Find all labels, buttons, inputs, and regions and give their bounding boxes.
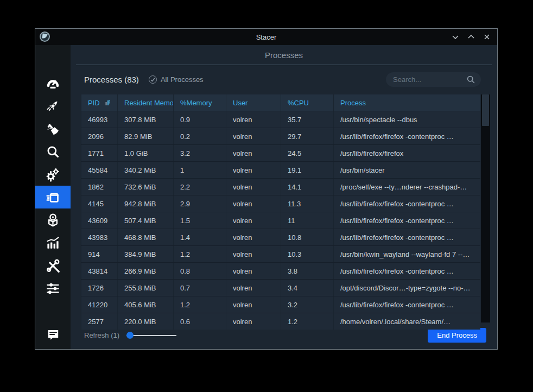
cell-pid: 914 [81,246,117,262]
processes-count-label: Processes (83) [84,75,139,84]
cell-process: /usr/lib/firefox/firefox -contentproc … [333,229,480,245]
content: Processes Processes (83) All Processes [71,45,497,349]
processes-icon [46,190,60,205]
page-title: Processes [71,45,497,65]
cell-cpu-percent: 10.3 [281,246,333,262]
sidebar-item-services[interactable] [35,163,71,186]
cell-pid: 2577 [81,313,117,330]
startup-rocket-icon [46,99,60,113]
process-table-row[interactable]: 2577 220.0 MiB 0.6 volren 1.2 /home/volr… [81,313,480,330]
resources-chart-icon [46,236,60,250]
process-table-row[interactable]: 1726 255.8 MiB 0.7 volren 3.4 /opt/disco… [81,279,480,296]
process-table-row[interactable]: 43983 468.8 MiB 1.4 volren 10.8 /usr/lib… [81,229,480,245]
cell-user: volren [226,179,281,195]
maximize-button[interactable] [467,33,475,41]
table-scrollbar-thumb[interactable] [482,94,489,126]
process-table-row[interactable]: 1771 1.0 GiB 3.2 volren 24.5 /usr/lib/fi… [81,144,480,161]
cell-pid: 4145 [81,195,117,212]
sidebar-item-settings[interactable] [35,277,71,300]
sidebar-item-helpers[interactable] [35,254,71,277]
search-icon[interactable] [467,75,475,84]
cell-user: volren [226,280,281,296]
cell-memory-percent: 1.5 [173,212,226,229]
cell-cpu-percent: 1.2 [281,313,333,330]
cell-cpu-percent: 29.7 [281,128,333,144]
column-header-pid[interactable]: PID [81,94,117,111]
slider-track[interactable] [126,335,176,336]
cell-cpu-percent: 3.8 [281,263,333,279]
search-magnifier-icon [46,144,60,159]
sidebar-item-dashboard[interactable] [35,72,71,94]
cell-cpu-percent: 3.2 [281,296,333,313]
column-header-resident-memory[interactable]: Resident Memory [117,94,173,111]
process-table-row[interactable]: 45584 340.2 MiB 1 volren 19.1 /usr/bin/s… [81,161,480,178]
sidebar-item-uninstaller[interactable] [35,208,71,231]
sidebar-item-processes[interactable] [35,186,71,208]
process-table-row[interactable]: 914 384.9 MiB 1.2 volren 10.3 /usr/bin/k… [81,245,480,262]
process-table-row[interactable]: 43814 266.9 MiB 0.8 volren 3.8 /usr/lib/… [81,262,480,279]
cell-user: volren [226,145,281,161]
cell-process: /usr/lib/firefox/firefox -contentproc … [333,296,480,313]
cell-process: /usr/bin/spectacle --dbus [333,111,480,128]
cell-resident-memory: 942.8 MiB [117,195,173,212]
cell-pid: 1862 [81,179,117,195]
process-table-row[interactable]: 4145 942.8 MiB 2.9 volren 11.3 /usr/lib/… [81,195,480,212]
cell-cpu-percent: 35.7 [281,111,333,128]
cell-user: volren [226,212,281,229]
slider-thumb[interactable] [126,332,134,339]
stacer-window: Stacer [35,28,498,350]
settings-sliders-icon [46,281,60,296]
sort-indicator-icon [105,100,110,106]
dashboard-gauge-icon [46,76,60,91]
cell-cpu-percent: 24.5 [281,145,333,161]
sidebar-item-system-cleaner[interactable] [35,117,71,140]
cell-memory-percent: 2.2 [173,179,226,195]
cell-resident-memory: 82.9 MiB [117,128,173,144]
cell-user: volren [226,195,281,212]
sidebar-item-resources[interactable] [35,231,71,254]
search-input[interactable] [392,75,467,84]
cell-memory-percent: 0.8 [173,263,226,279]
cell-pid: 43814 [81,263,117,279]
table-body: 46993 307.8 MiB 0.9 volren 35.7 /usr/bin… [81,111,480,330]
sidebar-item-feedback[interactable] [35,323,71,346]
cell-pid: 1771 [81,145,117,161]
table-scrollbar-track[interactable] [481,94,490,323]
sidebar-item-startup-apps[interactable] [35,94,71,117]
process-table-row[interactable]: 2096 82.9 MiB 0.2 volren 29.7 /usr/lib/f… [81,128,480,144]
cell-resident-memory: 468.8 MiB [117,229,173,245]
column-header-user[interactable]: User [226,94,281,111]
cell-cpu-percent: 11.3 [281,195,333,212]
cell-resident-memory: 405.6 MiB [117,296,173,313]
cell-resident-memory: 340.2 MiB [117,162,173,178]
cell-pid: 2096 [81,128,117,144]
minimize-button[interactable] [452,33,459,41]
process-table-row[interactable]: 41220 405.6 MiB 1.2 volren 3.2 /usr/lib/… [81,296,480,313]
cell-user: volren [226,313,281,330]
refresh-interval-slider[interactable] [126,332,176,339]
close-button[interactable] [483,33,491,41]
process-table-row[interactable]: 43609 507.4 MiB 1.5 volren 11 /usr/lib/f… [81,212,480,229]
end-process-button[interactable]: End Process [428,328,486,343]
cell-memory-percent: 1.2 [173,246,226,262]
cell-pid: 46993 [81,111,117,128]
column-header-process[interactable]: Process [333,94,480,111]
cell-resident-memory: 732.6 MiB [117,179,173,195]
cell-resident-memory: 220.0 MiB [117,313,173,330]
toolbar: Processes (83) All Processes [71,65,497,91]
process-table-row[interactable]: 1862 732.6 MiB 2.2 volren 14.1 /proc/sel… [81,178,480,195]
cell-pid: 43609 [81,212,117,229]
cell-process: /usr/lib/firefox/firefox -contentproc … [333,212,480,229]
process-table-row[interactable]: 46993 307.8 MiB 0.9 volren 35.7 /usr/bin… [81,111,480,128]
all-processes-toggle[interactable]: All Processes [149,75,204,84]
cell-cpu-percent: 19.1 [281,162,333,178]
close-icon [484,34,490,40]
cell-process: /usr/lib/firefox/firefox -contentproc … [333,128,480,144]
column-header-memory-percent[interactable]: %Memory [173,94,226,111]
refresh-interval-label: Refresh (1) [84,331,119,339]
column-header-cpu-percent[interactable]: %CPU [281,94,333,111]
cell-cpu-percent: 11 [281,212,333,229]
sidebar-item-search[interactable] [35,140,71,163]
services-gears-icon [46,167,60,182]
process-table: PID Resident Memory %Memory User %CPU [81,94,480,330]
